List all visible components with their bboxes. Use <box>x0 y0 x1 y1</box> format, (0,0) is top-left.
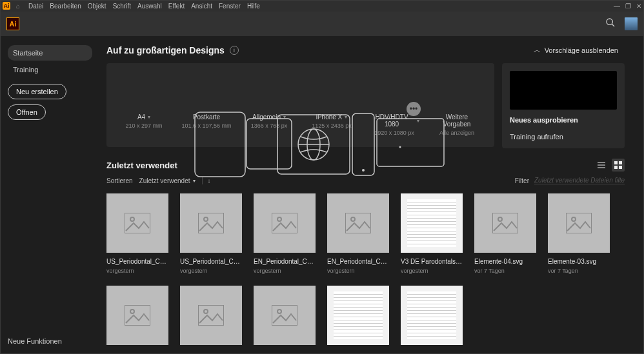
file-card[interactable] <box>401 286 463 345</box>
file-date: vorgestern <box>401 268 463 274</box>
menu-help[interactable]: Hilfe <box>247 3 260 10</box>
chevron-down-icon: ▾ <box>193 178 196 184</box>
window-close-icon[interactable]: ✕ <box>636 3 641 10</box>
preset-name: A4 <box>137 113 145 121</box>
file-card[interactable]: EN_Periodontal_Chart_Scoring…vorgestern <box>254 193 316 274</box>
chevron-down-icon: ▾ <box>345 114 347 120</box>
preset-a4[interactable]: A4▾ 210 x 297 mm <box>119 113 169 129</box>
user-avatar[interactable] <box>625 17 638 30</box>
menu-view[interactable]: Ansicht <box>191 3 212 10</box>
window-restore-icon[interactable]: ❐ <box>625 3 631 10</box>
file-thumbnail <box>254 286 316 345</box>
preset-hdtv[interactable]: HDV/HDTV 1080▾ 1920 x 1080 px <box>369 113 419 136</box>
sort-dropdown[interactable]: Zuletzt verwendet ▾ <box>139 177 196 184</box>
preset-dim: 1125 x 2436 px <box>307 123 357 129</box>
file-thumbnail <box>401 193 463 253</box>
svg-rect-7 <box>614 161 618 164</box>
try-illustration <box>510 71 617 110</box>
menu-edit[interactable]: Bearbeiten <box>50 3 81 10</box>
list-view-icon[interactable] <box>595 159 608 172</box>
app-badge-icon: Ai <box>3 2 10 10</box>
file-name: V3 DE Parodontalstatus_svg_gri… <box>401 258 463 265</box>
file-name: US_Periodontal_Chart_Scoring… <box>106 258 168 265</box>
file-card[interactable] <box>180 286 242 345</box>
menu-window[interactable]: Fenster <box>219 3 241 10</box>
file-name: Elemente-04.svg <box>474 258 536 265</box>
recent-title: Zuletzt verwendet <box>106 161 177 170</box>
svg-rect-9 <box>614 166 618 169</box>
sort-label: Sortieren <box>106 177 133 184</box>
chevron-up-icon: ︿ <box>534 45 541 55</box>
chevron-down-icon: ▾ <box>417 118 419 124</box>
sidebar-item-home[interactable]: Startseite <box>8 45 92 61</box>
page-title-text: Auf zu großartigen Designs <box>106 45 225 55</box>
try-panel: Neues ausprobieren Training aufrufen <box>502 63 625 148</box>
menubar: Ai ⌂ Datei Bearbeiten Objekt Schrift Aus… <box>0 0 644 12</box>
file-thumbnail <box>327 193 389 253</box>
preset-name: iPhone X <box>316 113 343 121</box>
sort-direction-icon[interactable]: ↓ <box>202 177 211 184</box>
file-date: vorgestern <box>327 268 389 274</box>
preset-postcard[interactable]: Postkarte 101,6 x 197,56 mm <box>181 113 232 129</box>
preset-general[interactable]: Allgemein▾ 1366 x 768 px <box>244 113 294 129</box>
file-card[interactable]: V3 DE Parodontalstatus_svg_gri…vorgester… <box>401 193 463 274</box>
more-icon[interactable]: ••• <box>407 102 421 116</box>
menu-type[interactable]: Schrift <box>113 3 131 10</box>
sidebar: Startseite Training Neu erstellen Öffnen… <box>0 36 100 354</box>
file-card[interactable]: EN_Periodontal_Chart_Scoring…vorgestern <box>327 193 389 274</box>
sort-value: Zuletzt verwendet <box>139 177 190 184</box>
file-name: US_Periodontal_Chart_Scoring… <box>180 258 242 265</box>
svg-point-2 <box>607 19 612 25</box>
chevron-down-icon: ▾ <box>148 114 150 120</box>
file-date: vor 7 Tagen <box>548 268 610 274</box>
try-title: Neues ausprobieren <box>510 116 617 124</box>
window-minimize-icon[interactable]: — <box>614 3 620 10</box>
menu-effect[interactable]: Effekt <box>168 3 185 10</box>
grid-view-icon[interactable] <box>612 159 625 172</box>
try-link[interactable]: Training aufrufen <box>510 133 617 141</box>
filter-input[interactable] <box>534 177 625 184</box>
file-thumbnail <box>180 193 242 253</box>
file-thumbnail <box>106 193 168 253</box>
preset-dim: 101,6 x 197,56 mm <box>181 123 232 129</box>
preset-name: Weitere Vorgaben <box>432 113 482 128</box>
sidebar-whatsnew[interactable]: Neue Funktionen <box>8 337 92 345</box>
header-bar: Ai <box>0 12 644 36</box>
svg-rect-8 <box>619 161 622 164</box>
file-card[interactable] <box>327 286 389 345</box>
preset-iphonex[interactable]: iPhone X▾ 1125 x 2436 px <box>307 113 357 129</box>
file-card[interactable]: US_Periodontal_Chart_Scoring…vorgestern <box>106 193 168 274</box>
file-card[interactable]: Elemente-04.svgvor 7 Tagen <box>474 193 536 274</box>
svg-line-3 <box>612 24 614 26</box>
file-thumbnail <box>327 286 389 345</box>
preset-name: Postkarte <box>193 113 220 121</box>
search-icon[interactable] <box>605 17 616 30</box>
file-date: vorgestern <box>254 268 316 274</box>
file-thumbnail <box>254 193 316 253</box>
menu-object[interactable]: Objekt <box>88 3 106 10</box>
open-button[interactable]: Öffnen <box>8 104 46 120</box>
file-name: EN_Periodontal_Chart_Scoring… <box>327 258 389 265</box>
file-card[interactable] <box>254 286 316 345</box>
sidebar-item-training[interactable]: Training <box>8 62 92 77</box>
file-card[interactable]: US_Periodontal_Chart_Scoring…vorgestern <box>180 193 242 274</box>
hide-suggestions-link[interactable]: ︿ Vorschläge ausblenden <box>534 45 618 55</box>
preset-name: Allgemein <box>252 113 281 121</box>
file-thumbnail <box>401 286 463 345</box>
preset-dim: 1366 x 768 px <box>244 123 294 129</box>
preset-more[interactable]: Weitere Vorgaben Alle anzeigen <box>432 113 482 136</box>
hide-suggestions-label: Vorschläge ausblenden <box>545 46 618 54</box>
menu-file[interactable]: Datei <box>28 3 43 10</box>
content-area: Auf zu großartigen Designs i ︿ Vorschläg… <box>100 36 644 354</box>
file-thumbnail <box>474 193 536 253</box>
menu-select[interactable]: Auswahl <box>137 3 162 10</box>
file-thumbnail <box>180 286 242 345</box>
file-card[interactable]: Elemente-03.svgvor 7 Tagen <box>548 193 610 274</box>
new-button[interactable]: Neu erstellen <box>8 84 66 99</box>
file-name: Elemente-03.svg <box>548 258 610 265</box>
home-icon[interactable]: ⌂ <box>14 2 22 10</box>
file-date: vor 7 Tagen <box>474 268 536 274</box>
info-icon[interactable]: i <box>230 46 239 55</box>
file-card[interactable] <box>106 286 168 345</box>
svg-rect-10 <box>619 166 622 169</box>
